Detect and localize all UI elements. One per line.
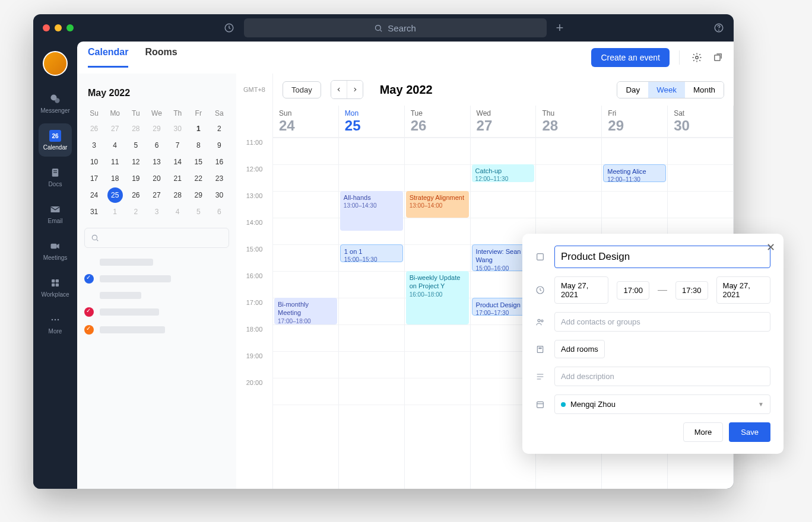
today-button[interactable]: Today (283, 81, 321, 98)
mini-day[interactable]: 5 (189, 204, 208, 219)
new-item-icon[interactable]: + (556, 20, 564, 36)
end-time-field[interactable]: 17:30 (675, 281, 708, 300)
calendar-list-item[interactable] (84, 259, 229, 266)
mini-day[interactable]: 7 (168, 138, 188, 153)
mini-day[interactable]: 3 (84, 138, 104, 153)
calendar-select[interactable]: Mengqi Zhou ▼ (554, 394, 770, 414)
tab-calendar[interactable]: Calendar (88, 47, 128, 68)
add-rooms-button[interactable]: Add rooms (554, 340, 605, 358)
mini-day[interactable]: 11 (105, 154, 125, 170)
popout-icon[interactable] (713, 52, 723, 62)
mini-day[interactable]: 29 (189, 187, 208, 203)
mini-day[interactable]: 22 (189, 171, 208, 186)
mini-day[interactable]: 21 (168, 171, 188, 186)
calendar-search[interactable] (84, 228, 229, 248)
nav-email[interactable]: Email (39, 197, 72, 230)
mini-day[interactable]: 10 (84, 154, 104, 170)
event[interactable]: Bi-weekly Update on Project Y16:00–18:00 (406, 271, 469, 324)
mini-day[interactable]: 6 (210, 204, 229, 219)
mini-day[interactable]: 27 (147, 187, 166, 203)
mini-day[interactable]: 17 (84, 171, 104, 186)
tab-rooms[interactable]: Rooms (145, 47, 177, 68)
maximize-window[interactable] (66, 24, 74, 31)
nav-calendar[interactable]: 26 Calendar (39, 123, 72, 157)
calendar-checkbox[interactable] (84, 307, 94, 317)
view-month[interactable]: Month (685, 82, 724, 98)
nav-more[interactable]: More (39, 307, 72, 340)
event[interactable]: Meeting Alice12:00–11:30 (603, 164, 666, 182)
day-header[interactable]: Tue26 (405, 106, 471, 137)
mini-day[interactable]: 8 (189, 138, 208, 153)
mini-day[interactable]: 5 (126, 138, 145, 153)
mini-day[interactable]: 26 (126, 187, 145, 203)
mini-day[interactable]: 23 (210, 171, 229, 186)
calendar-list-item[interactable] (84, 307, 229, 317)
event[interactable]: 1 on 115:00–15:30 (340, 244, 403, 262)
mini-day[interactable]: 25 (107, 187, 123, 203)
day-column[interactable]: All-hands13:00–14:301 on 115:00–15:30 (339, 138, 405, 489)
day-column[interactable]: Bi-monthly Meeting17:00–18:00 (273, 138, 339, 489)
minimize-window[interactable] (55, 24, 62, 31)
mini-day[interactable]: 3 (147, 204, 166, 219)
contacts-input[interactable] (554, 312, 770, 332)
mini-day[interactable]: 26 (84, 121, 104, 136)
day-column[interactable]: Strategy Alignment13:00–14:00Bi-weekly U… (405, 138, 471, 489)
day-header[interactable]: Thu28 (536, 106, 602, 137)
mini-day[interactable]: 12 (126, 154, 145, 170)
nav-messenger[interactable]: Messenger (39, 87, 72, 120)
next-week-button[interactable] (347, 81, 363, 98)
close-popup-button[interactable]: ✕ (766, 241, 775, 254)
calendar-list-item[interactable] (84, 292, 229, 299)
day-header[interactable]: Mon25 (339, 106, 405, 137)
mini-day[interactable]: 4 (105, 138, 125, 153)
save-button[interactable]: Save (729, 422, 770, 442)
event-title-input[interactable] (554, 246, 770, 268)
mini-day[interactable]: 1 (189, 121, 208, 136)
mini-day[interactable]: 1 (105, 204, 125, 219)
day-header[interactable]: Sun24 (273, 106, 339, 137)
mini-day[interactable]: 19 (126, 171, 145, 186)
day-header[interactable]: Sat30 (668, 106, 734, 137)
mini-day[interactable]: 27 (105, 121, 125, 136)
mini-day[interactable]: 4 (168, 204, 188, 219)
calendar-checkbox[interactable] (84, 325, 94, 335)
avatar[interactable] (43, 51, 68, 76)
history-icon[interactable] (224, 23, 234, 33)
mini-day[interactable]: 28 (126, 121, 145, 136)
event[interactable]: Strategy Alignment13:00–14:00 (406, 191, 469, 218)
mini-day[interactable]: 31 (84, 204, 104, 219)
mini-day[interactable]: 18 (105, 171, 125, 186)
nav-docs[interactable]: Docs (39, 160, 72, 193)
mini-day[interactable]: 30 (168, 121, 188, 136)
day-header[interactable]: Wed27 (471, 106, 537, 137)
mini-day[interactable]: 6 (147, 138, 166, 153)
event[interactable]: Catch-up12:00–11:30 (472, 164, 535, 182)
nav-meetings[interactable]: Meetings (39, 234, 72, 267)
calendar-list-item[interactable] (84, 325, 229, 335)
event[interactable]: All-hands13:00–14:30 (340, 191, 403, 231)
start-date-field[interactable]: May 27, 2021 (554, 276, 608, 304)
create-event-button[interactable]: Create an event (591, 48, 670, 67)
calendar-list-item[interactable] (84, 274, 229, 284)
mini-day[interactable]: 15 (189, 154, 208, 170)
mini-day[interactable]: 9 (210, 138, 229, 153)
mini-day[interactable]: 14 (168, 154, 188, 170)
mini-day[interactable]: 2 (210, 121, 229, 136)
view-week[interactable]: Week (648, 82, 685, 98)
nav-workplace[interactable]: Workplace (39, 270, 72, 304)
mini-day[interactable]: 2 (126, 204, 145, 219)
calendar-checkbox[interactable] (84, 274, 94, 284)
end-date-field[interactable]: May 27, 2021 (716, 276, 770, 304)
mini-day[interactable]: 30 (210, 187, 229, 203)
settings-icon[interactable] (692, 52, 702, 63)
description-input[interactable] (554, 367, 770, 386)
global-search[interactable]: Search (244, 18, 547, 37)
mini-day[interactable]: 13 (147, 154, 166, 170)
more-button[interactable]: More (683, 422, 724, 442)
start-time-field[interactable]: 17:00 (617, 281, 649, 300)
help-icon[interactable] (713, 23, 724, 33)
mini-day[interactable]: 24 (84, 187, 104, 203)
mini-day[interactable]: 20 (147, 171, 166, 186)
view-day[interactable]: Day (617, 82, 648, 98)
mini-day[interactable]: 28 (168, 187, 188, 203)
